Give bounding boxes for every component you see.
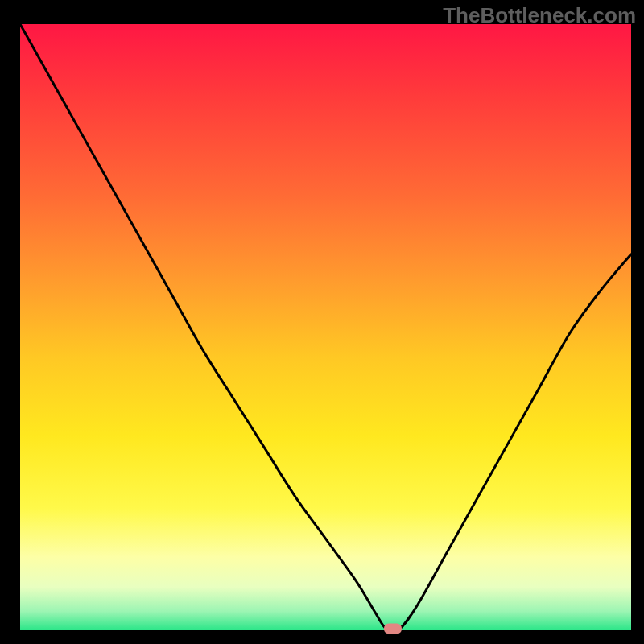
bottleneck-chart: TheBottleneck.com <box>0 0 644 644</box>
attribution-label: TheBottleneck.com <box>443 3 636 28</box>
optimum-marker <box>384 624 402 634</box>
chart-svg <box>0 0 644 644</box>
